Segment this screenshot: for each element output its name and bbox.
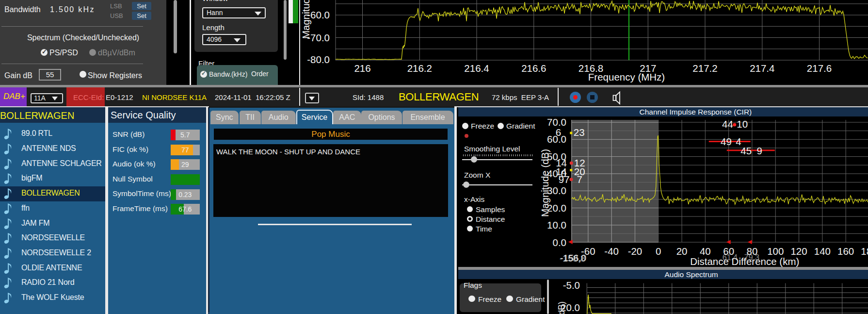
svg-text:216.6: 216.6 <box>521 63 546 74</box>
svg-text:180: 180 <box>861 246 868 257</box>
svg-text:20: 20 <box>676 246 687 257</box>
svg-text:10: 10 <box>737 118 748 130</box>
svg-text:Frequency (MHz): Frequency (MHz) <box>588 71 665 83</box>
svg-text:40: 40 <box>699 246 710 257</box>
svg-text:23: 23 <box>573 127 584 138</box>
svg-text:216.4: 216.4 <box>464 63 489 74</box>
svg-text:44: 44 <box>722 118 733 130</box>
svg-text:-40: -40 <box>604 246 619 257</box>
svg-text:60: 60 <box>723 246 734 257</box>
svg-text:140: 140 <box>814 246 830 257</box>
svg-text:217.4: 217.4 <box>750 63 774 74</box>
svg-text:217.6: 217.6 <box>807 63 832 74</box>
svg-text:Magnitude (dB): Magnitude (dB) <box>301 0 311 39</box>
svg-text:0: 0 <box>656 246 661 257</box>
svg-text:6: 6 <box>555 127 561 138</box>
svg-text:-60: -60 <box>581 246 595 257</box>
svg-text:-80.0: -80.0 <box>307 54 330 65</box>
svg-text:216.2: 216.2 <box>407 63 432 74</box>
svg-text:7: 7 <box>577 174 582 185</box>
svg-text:100: 100 <box>767 246 784 257</box>
svg-text:80: 80 <box>746 246 757 257</box>
svg-text:120: 120 <box>790 246 807 257</box>
svg-text:97: 97 <box>558 174 569 185</box>
svg-text:160: 160 <box>837 246 854 257</box>
svg-text:45: 45 <box>740 145 752 156</box>
svg-text:9: 9 <box>756 145 762 156</box>
svg-text:217.2: 217.2 <box>692 63 717 74</box>
svg-text:216: 216 <box>354 63 370 74</box>
svg-text:49: 49 <box>721 136 732 147</box>
svg-text:-20: -20 <box>627 246 642 257</box>
svg-text:Distance Difference (km): Distance Difference (km) <box>690 256 799 267</box>
